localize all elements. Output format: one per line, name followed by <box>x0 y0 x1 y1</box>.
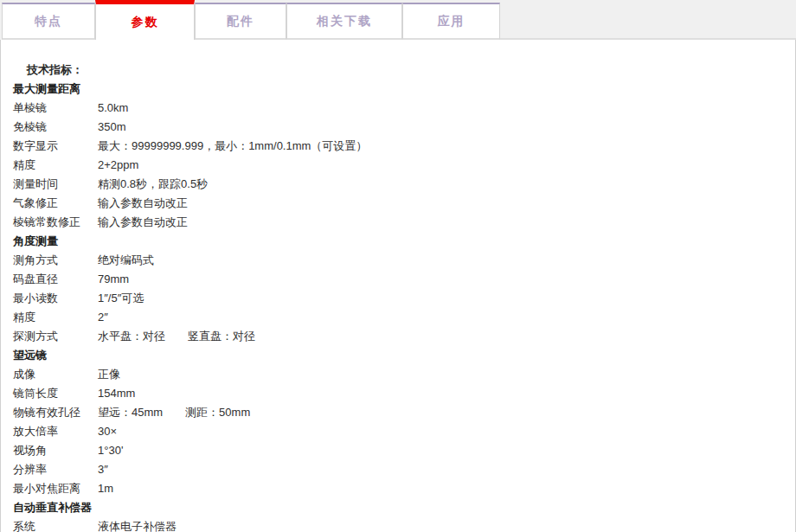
spec-row: 分辨率3″ <box>13 460 778 479</box>
spec-label: 物镜有效孔径 <box>13 403 98 422</box>
spec-row: 测量时间精测0.8秒，跟踪0.5秒 <box>13 175 778 194</box>
tab-2-active[interactable]: 参数 <box>95 0 195 40</box>
spec-label: 码盘直径 <box>13 270 98 289</box>
section-heading: 角度测量 <box>13 232 778 251</box>
spec-value: 5.0km <box>98 99 778 118</box>
product-spec-page: 特点参数配件相关下载应用 技术指标： 最大测量距离单棱镜5.0km免棱镜350m… <box>0 0 796 532</box>
spec-list: 最大测量距离单棱镜5.0km免棱镜350m数字显示最大：99999999.999… <box>13 80 778 532</box>
spec-label: 数字显示 <box>13 137 98 156</box>
spec-row: 精度2″ <box>13 308 778 327</box>
spec-label: 分辨率 <box>13 460 98 479</box>
spec-value: 望远：45mm 测距：50mm <box>98 403 778 422</box>
spec-label: 测角方式 <box>13 251 98 270</box>
section-heading: 最大测量距离 <box>13 80 778 99</box>
spec-value: 绝对编码式 <box>98 251 778 270</box>
spec-panel: 技术指标： 最大测量距离单棱镜5.0km免棱镜350m数字显示最大：999999… <box>0 40 796 532</box>
tab-bar: 特点参数配件相关下载应用 <box>0 0 796 40</box>
spec-label: 探测方式 <box>13 327 98 346</box>
spec-value: 79mm <box>98 270 778 289</box>
spec-value: 1″/5″可选 <box>98 289 778 308</box>
spec-value: 350m <box>98 118 778 137</box>
spec-row: 成像正像 <box>13 365 778 384</box>
spec-row: 物镜有效孔径望远：45mm 测距：50mm <box>13 403 778 422</box>
spec-value: 输入参数自动改正 <box>98 194 778 213</box>
spec-value: 30× <box>98 422 778 441</box>
spec-label: 棱镜常数修正 <box>13 213 98 232</box>
spec-label: 精度 <box>13 156 98 175</box>
spec-value: 液体电子补偿器 <box>98 517 778 532</box>
section-heading: 望远镜 <box>13 346 778 365</box>
spec-value: 输入参数自动改正 <box>98 213 778 232</box>
spec-row: 码盘直径79mm <box>13 270 778 289</box>
spec-label: 免棱镜 <box>13 118 98 137</box>
spec-row: 探测方式水平盘：对径 竖直盘：对径 <box>13 327 778 346</box>
spec-label: 测量时间 <box>13 175 98 194</box>
spec-value: 精测0.8秒，跟踪0.5秒 <box>98 175 778 194</box>
spec-row: 最小读数1″/5″可选 <box>13 289 778 308</box>
spec-label: 视场角 <box>13 441 98 460</box>
spec-value: 1°30' <box>98 441 778 460</box>
spec-row: 免棱镜350m <box>13 118 778 137</box>
spec-row: 数字显示最大：99999999.999，最小：1mm/0.1mm（可设置） <box>13 137 778 156</box>
spec-value: 水平盘：对径 竖直盘：对径 <box>98 327 778 346</box>
spec-value: 3″ <box>98 460 778 479</box>
spec-label: 精度 <box>13 308 98 327</box>
tech-spec-title: 技术指标： <box>27 61 778 80</box>
spec-value: 154mm <box>98 384 778 403</box>
tab-bar-filler <box>500 0 796 40</box>
spec-label: 系统 <box>13 517 98 532</box>
spec-row: 棱镜常数修正输入参数自动改正 <box>13 213 778 232</box>
spec-label: 最小对焦距离 <box>13 479 98 498</box>
spec-row: 镜筒长度154mm <box>13 384 778 403</box>
spec-value: 2+2ppm <box>98 156 778 175</box>
spec-label: 成像 <box>13 365 98 384</box>
tab-5[interactable]: 应用 <box>402 3 500 40</box>
spec-row: 气象修正输入参数自动改正 <box>13 194 778 213</box>
spec-row: 放大倍率30× <box>13 422 778 441</box>
spec-label: 单棱镜 <box>13 99 98 118</box>
spec-label: 最小读数 <box>13 289 98 308</box>
spec-label: 气象修正 <box>13 194 98 213</box>
spec-row: 单棱镜5.0km <box>13 99 778 118</box>
spec-row: 精度2+2ppm <box>13 156 778 175</box>
spec-value: 正像 <box>98 365 778 384</box>
spec-value: 2″ <box>98 308 778 327</box>
spec-label: 镜筒长度 <box>13 384 98 403</box>
spec-label: 放大倍率 <box>13 422 98 441</box>
spec-row: 视场角1°30' <box>13 441 778 460</box>
tab-3[interactable]: 配件 <box>195 3 286 40</box>
spec-row: 测角方式绝对编码式 <box>13 251 778 270</box>
spec-value: 1m <box>98 479 778 498</box>
spec-row: 最小对焦距离1m <box>13 479 778 498</box>
spec-row: 系统液体电子补偿器 <box>13 517 778 532</box>
tab-4[interactable]: 相关下载 <box>286 3 402 40</box>
tab-1[interactable]: 特点 <box>2 3 95 40</box>
spec-value: 最大：99999999.999，最小：1mm/0.1mm（可设置） <box>98 137 778 156</box>
section-heading: 自动垂直补偿器 <box>13 498 778 517</box>
